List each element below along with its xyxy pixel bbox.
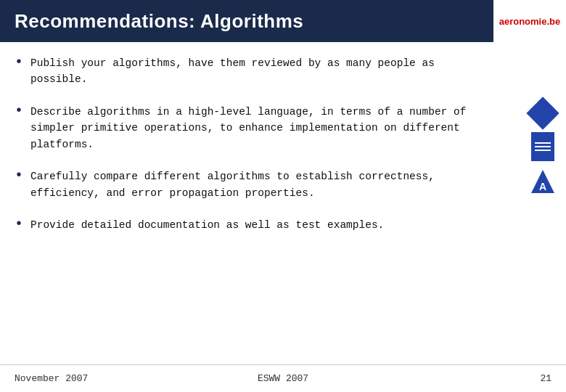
- bullet-text-4: Provide detailed documentation as well a…: [30, 217, 384, 233]
- footer-event: ESWW 2007: [194, 373, 373, 384]
- slide-title: Recommendations: Algorithms: [15, 10, 303, 33]
- logo-text: aeronomie.be: [499, 16, 561, 27]
- svg-text:A: A: [538, 181, 546, 192]
- bullet-text-3: Carefully compare different algorithms t…: [30, 168, 493, 201]
- bullet-text-1: Publish your algorithms, have them revie…: [30, 55, 493, 88]
- bullet-dot-4: •: [15, 216, 23, 232]
- logo-name: aeronomie: [499, 16, 547, 27]
- bullet-text-2: Describe algorithms in a high-level lang…: [30, 104, 493, 152]
- bullet-dot-3: •: [15, 167, 23, 184]
- title-bar: Recommendations: Algorithms aeronomie.be: [0, 0, 566, 42]
- bullet-item-4: • Provide detailed documentation as well…: [15, 217, 493, 233]
- logo-suffix: .be: [546, 16, 560, 27]
- book-line-2: [535, 146, 551, 147]
- bullet-item-3: • Carefully compare different algorithms…: [15, 168, 493, 201]
- triangle-icon-wrapper: A: [530, 167, 556, 196]
- footer: November 2007 ESWW 2007 21: [0, 364, 566, 392]
- book-icon: [531, 132, 554, 161]
- slide-container: Recommendations: Algorithms aeronomie.be…: [0, 0, 566, 392]
- bullet-item-1: • Publish your algorithms, have them rev…: [15, 55, 493, 88]
- diamond-icon-wrapper: [530, 100, 556, 126]
- bullet-dot-2: •: [15, 102, 23, 119]
- triangle-icon: A: [530, 168, 555, 195]
- footer-date: November 2007: [15, 373, 194, 384]
- bullet-dot-1: •: [15, 54, 23, 70]
- logo-top-right: aeronomie.be: [493, 0, 566, 42]
- book-line-3: [535, 150, 551, 151]
- bullet-item-2: • Describe algorithms in a high-level la…: [15, 104, 493, 152]
- book-line-1: [535, 142, 551, 144]
- bullet-section: • Publish your algorithms, have them rev…: [15, 55, 551, 364]
- footer-page: 21: [372, 373, 551, 384]
- content-area: • Publish your algorithms, have them rev…: [0, 42, 566, 364]
- right-icons: A: [522, 100, 562, 196]
- diamond-icon: [526, 97, 559, 129]
